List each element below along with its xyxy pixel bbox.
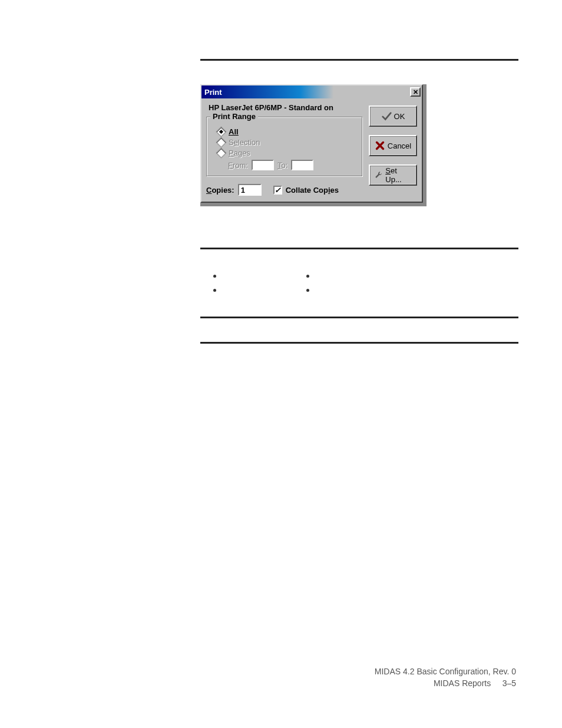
pages-range-row: From: To: — [213, 160, 356, 170]
radio-pages-label: Pages — [229, 149, 250, 157]
bullet-column-2 — [305, 267, 351, 299]
wrench-icon — [373, 170, 383, 180]
collate-label: Collate Copies — [286, 186, 339, 195]
section-separator-top — [200, 59, 518, 61]
radio-diamond-icon — [216, 126, 226, 137]
footer-page-num: 3–5 — [503, 678, 516, 688]
radio-all-label: All — [229, 127, 239, 136]
dialog-left-column: HP LaserJet 6P/6MP - Standard on Print R… — [206, 102, 363, 196]
radio-pages-row[interactable]: Pages — [213, 149, 356, 157]
dialog-titlebar: Print ✕ — [201, 85, 422, 98]
radio-selection-label: Selection — [229, 138, 260, 147]
page-footer: MIDAS 4.2 Basic Configuration, Rev. 0 MI… — [375, 666, 516, 689]
print-range-legend: Print Range — [210, 112, 258, 121]
close-button[interactable]: ✕ — [410, 87, 421, 97]
cancel-label: Cancel — [388, 141, 411, 150]
dialog-button-column: OK Cancel Set Up... — [369, 102, 417, 196]
radio-diamond-icon — [216, 147, 226, 158]
ok-button[interactable]: OK — [369, 106, 417, 127]
list-item — [316, 285, 351, 295]
separator-line — [200, 342, 518, 344]
copies-label: Copies: — [206, 186, 234, 195]
setup-label: Set Up... — [385, 166, 412, 184]
from-label: From: — [228, 161, 248, 170]
footer-line2: MIDAS Reports 3–5 — [375, 678, 516, 690]
list-item — [223, 285, 258, 295]
close-icon: ✕ — [413, 89, 418, 95]
collate-checkbox[interactable]: ✓ — [273, 186, 282, 195]
footer-doc-name: MIDAS Reports — [434, 678, 491, 688]
to-label: To: — [277, 161, 287, 170]
x-icon — [375, 140, 385, 151]
to-input[interactable] — [291, 160, 313, 170]
bullet-column-1 — [212, 267, 258, 299]
print-range-group: Print Range All Selection Pages — [206, 117, 363, 177]
checkmark-icon: ✓ — [275, 186, 281, 195]
checkmark-icon — [381, 111, 392, 121]
print-dialog: Print ✕ HP LaserJet 6P/6MP - Standard on… — [200, 84, 423, 203]
list-item — [316, 271, 351, 281]
dialog-title: Print — [203, 88, 410, 97]
cancel-button[interactable]: Cancel — [369, 135, 417, 156]
separator-line — [200, 248, 518, 249]
bullet-columns — [212, 267, 518, 299]
dialog-body: HP LaserJet 6P/6MP - Standard on Print R… — [201, 98, 422, 202]
copies-row: Copies: ✓ Collate Copies — [206, 184, 363, 196]
separator-line — [200, 317, 518, 318]
dialog-shadow: Print ✕ HP LaserJet 6P/6MP - Standard on… — [200, 84, 427, 206]
radio-selection-row[interactable]: Selection — [213, 138, 356, 147]
radio-diamond-icon — [216, 137, 226, 147]
list-item — [223, 271, 258, 281]
setup-button[interactable]: Set Up... — [369, 164, 417, 186]
ok-label: OK — [394, 112, 405, 121]
radio-all-row[interactable]: All — [213, 127, 356, 136]
from-input[interactable] — [252, 160, 274, 170]
copies-input[interactable] — [238, 184, 262, 196]
footer-line1: MIDAS 4.2 Basic Configuration, Rev. 0 — [375, 666, 516, 678]
page-content: Print ✕ HP LaserJet 6P/6MP - Standard on… — [200, 59, 518, 344]
